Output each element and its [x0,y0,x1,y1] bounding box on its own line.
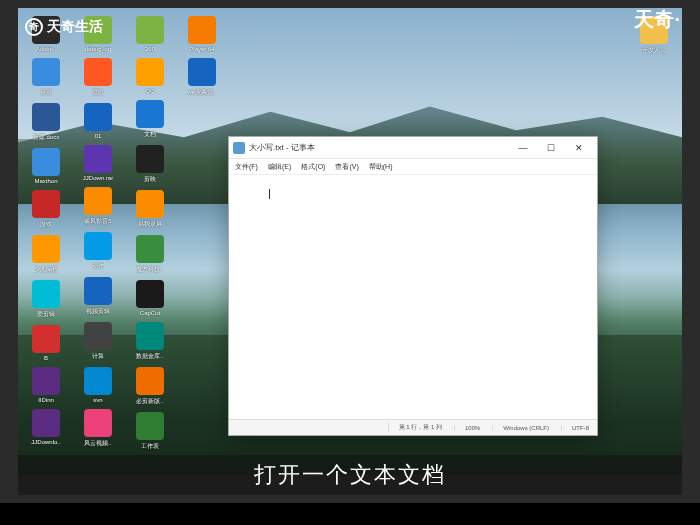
watermark-logo-icon: 奇 [25,18,43,36]
desktop-icon[interactable]: 工作表 [128,412,172,451]
desktop-icon[interactable]: JJDownlo.. [24,409,68,445]
desktop-icon[interactable]: 新建.docx [24,103,68,142]
app-icon [32,58,60,86]
icon-label: 爱剪辑 [37,310,55,319]
menu-file[interactable]: 文件(F) [235,162,258,172]
menu-format[interactable]: 格式(O) [301,162,325,172]
icon-label: Adobe.. [36,46,57,52]
app-icon [136,412,164,440]
icon-label: 暴风影音5 [84,217,111,226]
icon-label: 剪映 [144,175,156,184]
app-icon [84,232,112,260]
app-icon [136,322,164,350]
desktop-icon[interactable]: 动作 [76,232,120,271]
desktop-icon[interactable]: 360 [128,16,172,52]
desktop-icon[interactable]: 风云视频.. [76,409,120,448]
icon-label: IIDinn [38,397,54,403]
watermark-left: 奇 天奇生活 [25,18,103,36]
icon-label: 360 [145,46,155,52]
icon-label: 视频剪辑 [86,307,110,316]
desktop-icon[interactable]: 少儿编程 [24,235,68,274]
desktop-icon[interactable]: 目录 [24,58,68,97]
app-icon [32,325,60,353]
desktop-icon[interactable]: 壁纸 [76,58,120,97]
desktop-icon[interactable]: B [24,325,68,361]
subtitle-text: 打开一个文本文档 [254,460,446,490]
desktop-icon[interactable]: 游戏 [24,190,68,229]
app-icon [136,280,164,308]
desktop-icon[interactable]: 剪映 [128,145,172,184]
titlebar[interactable]: 大小写.txt - 记事本 — ☐ ✕ [229,137,597,159]
app-icon [136,100,164,128]
maximize-button[interactable]: ☐ [537,138,565,158]
desktop-icon-grid: Adobe..目录新建.docxMaxthon游戏少儿编程爱剪辑BIIDinnJ… [24,16,224,456]
text-cursor [269,189,270,199]
app-icon [32,235,60,263]
desktop-icon[interactable]: 爱剪辑 [24,280,68,319]
icon-label: 风云视频.. [84,439,111,448]
icon-label: 计算 [92,352,104,361]
desktop-icon[interactable]: Player 64 [180,16,224,52]
desktop-icon[interactable]: 视频剪辑 [76,277,120,316]
icon-label: 魔方科技.. [136,265,163,274]
menu-help[interactable]: 帮助(H) [369,162,393,172]
app-icon [84,409,112,437]
app-icon [84,103,112,131]
icon-label: debug.log [85,46,111,52]
desktop-icon[interactable]: 01 [76,103,120,139]
desktop-icon[interactable]: svn [76,367,120,403]
text-editor[interactable] [229,175,597,419]
desktop-icon[interactable]: 魔方科技.. [128,235,172,274]
icon-label: 01 [95,133,102,139]
app-icon [136,190,164,218]
subtitle-bar: 打开一个文本文档 [18,455,682,495]
icon-label: Player 64 [189,46,214,52]
icon-label: JJDown.rar [83,175,113,181]
icon-label: 游戏 [40,220,52,229]
desktop-icon[interactable]: 易我录屏 [128,190,172,229]
status-eol: Windows (CRLF) [492,425,549,431]
app-icon [188,16,216,44]
icon-label: we业务员.. [187,88,216,97]
desktop-icon[interactable]: JJDown.rar [76,145,120,181]
app-icon [136,16,164,44]
menu-edit[interactable]: 编辑(E) [268,162,291,172]
menu-view[interactable]: 查看(V) [335,162,358,172]
icon-label: 目录 [40,88,52,97]
desktop-icon[interactable]: CapCut [128,280,172,316]
window-title: 大小写.txt - 记事本 [249,142,509,153]
desktop[interactable]: Adobe..目录新建.docxMaxthon游戏少儿编程爱剪辑BIIDinnJ… [18,8,682,475]
icon-label: 动作 [92,262,104,271]
icon-label: 新建.docx [33,133,59,142]
desktop-icon[interactable]: 数据金库.. [128,322,172,361]
app-icon [136,145,164,173]
app-icon [188,58,216,86]
icon-label: 壁纸 [92,88,104,97]
desktop-icon[interactable]: we业务员.. [180,58,224,97]
desktop-icon[interactable]: 必剪新版.. [128,367,172,406]
icon-label: 易我录屏 [138,220,162,229]
app-icon [32,409,60,437]
statusbar: 第 1 行，第 1 列 100% Windows (CRLF) UTF-8 [229,419,597,435]
desktop-icon[interactable]: 文档 [128,100,172,139]
desktop-icon[interactable]: Maxthon [24,148,68,184]
desktop-icon[interactable]: QQ [128,58,172,94]
app-icon [84,367,112,395]
notepad-window[interactable]: 大小写.txt - 记事本 — ☐ ✕ 文件(F) 编辑(E) 格式(O) 查看… [228,136,598,436]
icon-label: svn [93,397,102,403]
window-controls: — ☐ ✕ [509,138,593,158]
close-button[interactable]: ✕ [565,138,593,158]
minimize-button[interactable]: — [509,138,537,158]
icon-label: 数据金库.. [136,352,163,361]
desktop-icon[interactable]: 暴风影音5 [76,187,120,226]
desktop-icon[interactable]: IIDinn [24,367,68,403]
watermark-left-text: 天奇生活 [47,18,103,36]
icon-label: 必剪新版.. [136,397,163,406]
watermark-right: 天奇· [634,6,680,33]
menubar: 文件(F) 编辑(E) 格式(O) 查看(V) 帮助(H) [229,159,597,175]
notepad-icon [233,142,245,154]
desktop-icon[interactable]: 计算 [76,322,120,361]
icon-label: QQ [145,88,154,94]
app-icon [84,277,112,305]
icon-label: CapCut [140,310,160,316]
